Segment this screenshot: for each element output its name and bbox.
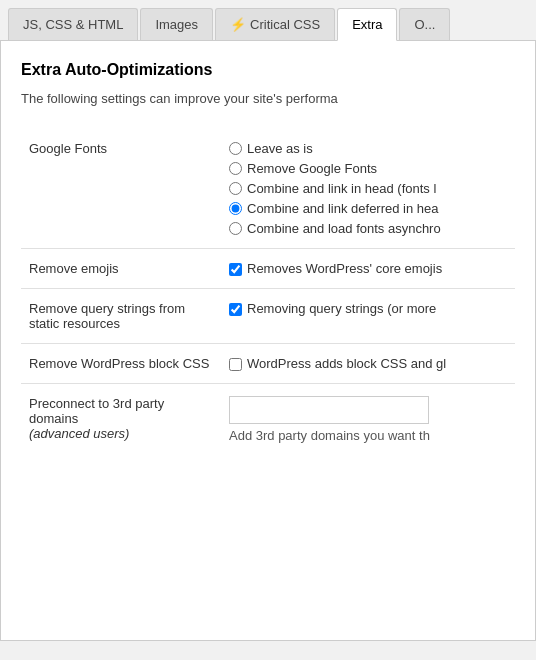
- remove-block-css-controls: WordPress adds block CSS and gl: [221, 343, 515, 383]
- remove-emojis-controls: Removes WordPress' core emojis: [221, 248, 515, 288]
- preconnect-label-main: Preconnect to 3rd party domains: [29, 396, 164, 426]
- remove-block-css-option[interactable]: WordPress adds block CSS and gl: [229, 356, 507, 371]
- tab-images[interactable]: Images: [140, 8, 213, 40]
- setting-preconnect: Preconnect to 3rd party domains (advance…: [21, 383, 515, 455]
- google-fonts-radio-group: Leave as is Remove Google Fonts Combine …: [229, 141, 507, 236]
- remove-block-css-checkbox[interactable]: [229, 358, 242, 371]
- remove-emojis-option[interactable]: Removes WordPress' core emojis: [229, 261, 507, 276]
- remove-query-strings-label: Remove query strings from static resourc…: [21, 288, 221, 343]
- preconnect-input[interactable]: [229, 396, 429, 424]
- tab-js-css-html[interactable]: JS, CSS & HTML: [8, 8, 138, 40]
- preconnect-label-sub: (advanced users): [29, 426, 129, 441]
- google-fonts-radio-combine-deferred[interactable]: [229, 202, 242, 215]
- setting-remove-block-css: Remove WordPress block CSS WordPress add…: [21, 343, 515, 383]
- google-fonts-radio-combine-head[interactable]: [229, 182, 242, 195]
- content-area: Extra Auto-Optimizations The following s…: [0, 41, 536, 641]
- google-fonts-controls: Leave as is Remove Google Fonts Combine …: [221, 129, 515, 249]
- remove-emojis-option-label: Removes WordPress' core emojis: [247, 261, 442, 276]
- preconnect-label: Preconnect to 3rd party domains (advance…: [21, 383, 221, 455]
- remove-query-strings-checkbox[interactable]: [229, 303, 242, 316]
- preconnect-help-text: Add 3rd party domains you want th: [229, 428, 507, 443]
- section-title: Extra Auto-Optimizations: [21, 61, 515, 79]
- google-fonts-combine-async-label: Combine and load fonts asynchro: [247, 221, 441, 236]
- google-fonts-option-remove[interactable]: Remove Google Fonts: [229, 161, 507, 176]
- setting-remove-query-strings: Remove query strings from static resourc…: [21, 288, 515, 343]
- google-fonts-option-leave[interactable]: Leave as is: [229, 141, 507, 156]
- tab-extra[interactable]: Extra: [337, 8, 397, 41]
- google-fonts-option-combine-deferred[interactable]: Combine and link deferred in hea: [229, 201, 507, 216]
- remove-query-strings-option-label: Removing query strings (or more: [247, 301, 436, 316]
- google-fonts-radio-remove[interactable]: [229, 162, 242, 175]
- tab-critical-css[interactable]: ⚡ Critical CSS: [215, 8, 335, 40]
- remove-emojis-checkbox[interactable]: [229, 263, 242, 276]
- section-description: The following settings can improve your …: [21, 89, 515, 109]
- remove-emojis-label: Remove emojis: [21, 248, 221, 288]
- google-fonts-radio-leave[interactable]: [229, 142, 242, 155]
- setting-remove-emojis: Remove emojis Removes WordPress' core em…: [21, 248, 515, 288]
- google-fonts-leave-label: Leave as is: [247, 141, 313, 156]
- google-fonts-option-combine-async[interactable]: Combine and load fonts asynchro: [229, 221, 507, 236]
- tabs-bar: JS, CSS & HTML Images ⚡ Critical CSS Ext…: [0, 0, 536, 41]
- google-fonts-radio-combine-async[interactable]: [229, 222, 242, 235]
- google-fonts-remove-label: Remove Google Fonts: [247, 161, 377, 176]
- tab-other[interactable]: O...: [399, 8, 450, 40]
- remove-query-strings-controls: Removing query strings (or more: [221, 288, 515, 343]
- google-fonts-label: Google Fonts: [21, 129, 221, 249]
- google-fonts-combine-deferred-label: Combine and link deferred in hea: [247, 201, 439, 216]
- google-fonts-option-combine-head[interactable]: Combine and link in head (fonts l: [229, 181, 507, 196]
- setting-google-fonts: Google Fonts Leave as is Remove Google F…: [21, 129, 515, 249]
- remove-block-css-label: Remove WordPress block CSS: [21, 343, 221, 383]
- settings-table: Google Fonts Leave as is Remove Google F…: [21, 129, 515, 455]
- remove-block-css-option-label: WordPress adds block CSS and gl: [247, 356, 446, 371]
- tab-critical-css-label: Critical CSS: [250, 17, 320, 32]
- lightning-icon: ⚡: [230, 17, 246, 32]
- remove-query-strings-option[interactable]: Removing query strings (or more: [229, 301, 507, 316]
- preconnect-controls: Add 3rd party domains you want th: [221, 383, 515, 455]
- google-fonts-combine-head-label: Combine and link in head (fonts l: [247, 181, 436, 196]
